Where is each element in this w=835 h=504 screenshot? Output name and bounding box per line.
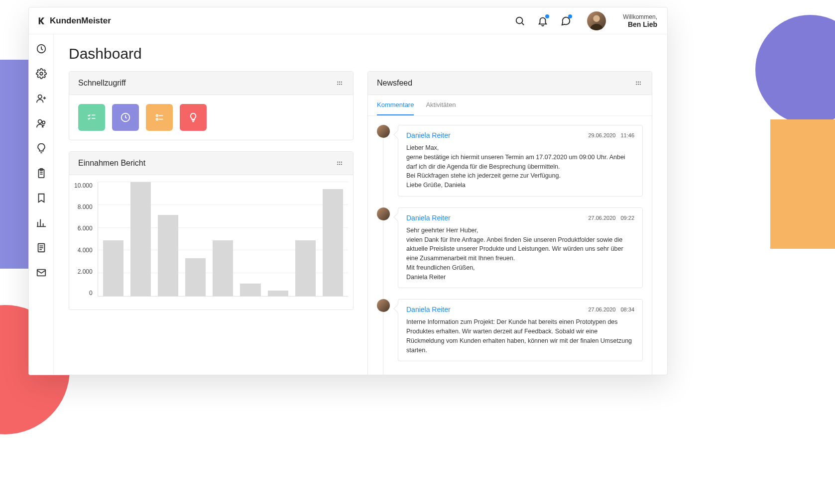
feed-author[interactable]: Daniela Reiter xyxy=(406,131,451,139)
decorative-shape xyxy=(770,119,835,249)
svg-point-26 xyxy=(337,84,338,85)
brand-name: KundenMeister xyxy=(50,16,111,26)
newsfeed-title: Newsfeed xyxy=(377,79,412,88)
sidebar-item-clipboard[interactable] xyxy=(36,168,47,179)
svg-line-1 xyxy=(522,23,524,25)
svg-point-44 xyxy=(640,82,641,83)
sidebar-item-settings[interactable] xyxy=(36,68,47,79)
sidebar xyxy=(29,34,54,375)
drag-handle-icon[interactable] xyxy=(335,159,344,168)
chart-bar xyxy=(323,189,343,296)
search-icon[interactable] xyxy=(514,15,525,26)
quick-access-card: Schnellzugriff xyxy=(69,71,354,140)
newsfeed-list: Daniela Reiter 29.06.202011:46 Lieber Ma… xyxy=(368,116,652,375)
sidebar-item-analytics[interactable] xyxy=(36,217,47,228)
feed-author[interactable]: Daniela Reiter xyxy=(406,214,451,222)
feed-body: Sehr geehrter Herr Huber, vielen Dank fü… xyxy=(406,226,634,282)
svg-point-43 xyxy=(638,82,639,83)
svg-point-40 xyxy=(339,164,340,165)
page-title: Dashboard xyxy=(69,45,652,62)
feed-timestamp: 27.06.202009:22 xyxy=(588,215,634,221)
drag-handle-icon[interactable] xyxy=(335,79,344,88)
feed-body: Interne Information zum Projekt: Der Kun… xyxy=(406,317,634,355)
sidebar-item-users[interactable] xyxy=(36,118,47,129)
sidebar-item-ideas[interactable] xyxy=(36,143,47,154)
feed-card[interactable]: Daniela Reiter 27.06.202009:22 Sehr geeh… xyxy=(398,207,643,289)
avatar[interactable] xyxy=(587,11,606,30)
y-tick-label: 4.000 xyxy=(78,247,93,254)
svg-point-36 xyxy=(337,162,338,163)
svg-point-4 xyxy=(40,72,43,75)
sidebar-item-user-plus[interactable] xyxy=(36,93,47,104)
y-tick-label: 0 xyxy=(89,290,93,297)
app-window: KundenMeister Willkommen, Ben Lieb xyxy=(28,7,668,375)
revenue-chart: 10.0008.0006.0004.0002.0000 xyxy=(74,182,348,297)
y-tick-label: 8.000 xyxy=(78,203,93,210)
svg-point-32 xyxy=(156,115,158,117)
bell-icon[interactable] xyxy=(537,15,548,26)
chart-bar xyxy=(130,182,151,296)
newsfeed-tabs: Kommentare Aktivitäten xyxy=(368,95,652,116)
brand-logo-icon xyxy=(37,16,46,25)
chart-bar xyxy=(103,240,123,296)
svg-point-45 xyxy=(636,84,637,85)
svg-point-34 xyxy=(156,118,158,120)
feed-item: Daniela Reiter 27.06.202009:22 Sehr geeh… xyxy=(377,207,643,289)
svg-point-23 xyxy=(337,82,338,83)
quick-access-title: Schnellzugriff xyxy=(78,79,126,88)
topbar: KundenMeister Willkommen, Ben Lieb xyxy=(29,7,667,34)
feed-avatar[interactable] xyxy=(377,299,390,312)
y-tick-label: 6.000 xyxy=(78,225,93,232)
chat-icon[interactable] xyxy=(560,15,571,26)
quick-tile-clock[interactable] xyxy=(112,104,139,131)
y-tick-label: 2.000 xyxy=(78,268,93,275)
chart-bar xyxy=(158,215,178,296)
newsfeed-card: Newsfeed Kommentare Aktivitäten Daniela … xyxy=(367,71,652,375)
feed-card[interactable]: Daniela Reiter 29.06.202011:46 Lieber Ma… xyxy=(398,125,643,197)
show-more-link[interactable]: Mehr anzeigen xyxy=(377,372,643,375)
svg-point-0 xyxy=(516,17,523,23)
chart-bar xyxy=(240,284,260,296)
brand[interactable]: KundenMeister xyxy=(37,16,111,26)
feed-card[interactable]: Daniela Reiter 27.06.202008:34 Interne I… xyxy=(398,299,643,361)
feed-body: Lieber Max, gerne bestätige ich hiermit … xyxy=(406,143,634,190)
svg-point-2 xyxy=(594,15,600,21)
svg-point-5 xyxy=(38,95,41,99)
feed-avatar[interactable] xyxy=(377,125,390,138)
svg-point-46 xyxy=(638,84,639,85)
svg-point-38 xyxy=(341,162,342,163)
feed-avatar[interactable] xyxy=(377,207,390,220)
tab-aktivitaeten[interactable]: Aktivitäten xyxy=(426,95,456,115)
svg-point-47 xyxy=(640,84,641,85)
quick-tile-checklist[interactable] xyxy=(78,104,105,131)
sidebar-item-bookmark[interactable] xyxy=(36,193,47,203)
topbar-actions: Willkommen, Ben Lieb xyxy=(514,11,657,30)
svg-point-28 xyxy=(341,84,342,85)
timeline-line xyxy=(383,131,383,375)
chart-plot-area xyxy=(98,182,348,297)
welcome-label: Willkommen, xyxy=(623,13,657,20)
feed-timestamp: 29.06.202011:46 xyxy=(588,132,634,138)
chart-bar xyxy=(185,258,206,296)
chart-bar xyxy=(295,240,316,296)
decorative-shape xyxy=(755,15,835,124)
chat-badge xyxy=(568,14,572,18)
svg-point-24 xyxy=(339,82,340,83)
svg-point-9 xyxy=(42,121,45,124)
sidebar-item-dashboard[interactable] xyxy=(36,43,47,54)
quick-tile-lightbulb[interactable] xyxy=(180,104,207,131)
svg-point-8 xyxy=(38,120,41,123)
chart-bar xyxy=(213,240,233,296)
quick-tile-sliders[interactable] xyxy=(146,104,173,131)
tab-kommentare[interactable]: Kommentare xyxy=(377,95,414,115)
drag-handle-icon[interactable] xyxy=(634,79,643,88)
quick-access-tiles xyxy=(78,104,344,131)
feed-author[interactable]: Daniela Reiter xyxy=(406,305,451,313)
svg-point-25 xyxy=(341,82,342,83)
sidebar-item-document[interactable] xyxy=(36,242,47,253)
main-content: Dashboard Schnellzugriff xyxy=(54,34,667,375)
sidebar-item-mail[interactable] xyxy=(36,267,47,278)
feed-timestamp: 27.06.202008:34 xyxy=(588,306,634,312)
username-label: Ben Lieb xyxy=(628,20,657,28)
chart-bar xyxy=(268,291,288,296)
